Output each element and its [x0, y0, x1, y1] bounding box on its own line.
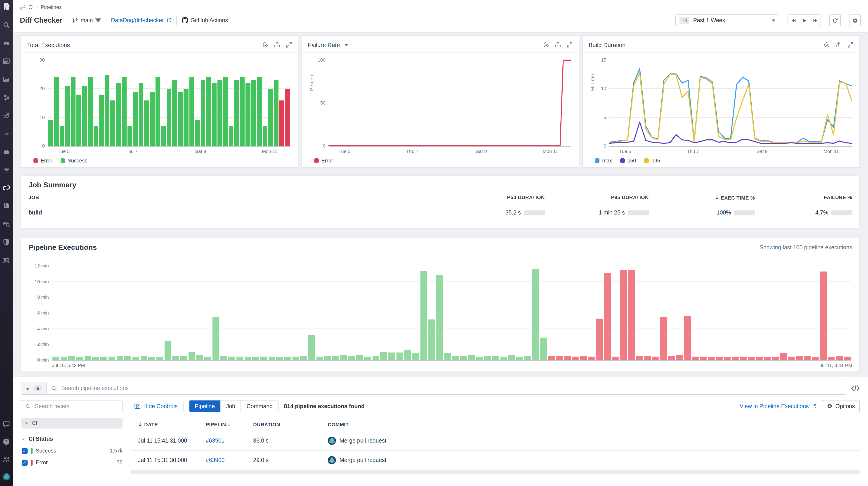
bar[interactable] [82, 86, 87, 146]
datadog-logo[interactable] [0, 0, 13, 13]
repo-link[interactable]: DataDog/diff-checker [111, 17, 164, 24]
bar[interactable] [92, 357, 99, 360]
bar[interactable] [100, 356, 107, 360]
bar[interactable] [279, 100, 284, 146]
breadcrumb-page[interactable]: Pipelines [41, 4, 62, 10]
pipeline-link[interactable]: #63900 [206, 457, 224, 463]
bar[interactable] [396, 352, 403, 360]
bar[interactable] [476, 356, 483, 360]
sidebar-item-monitors[interactable] [2, 130, 10, 137]
bar[interactable] [748, 357, 755, 360]
bar[interactable] [217, 80, 222, 146]
legend-item[interactable]: Error [314, 158, 333, 163]
bar[interactable] [340, 355, 347, 360]
sidebar-item-network[interactable] [2, 256, 10, 264]
tab-pipeline[interactable]: Pipeline [189, 400, 220, 412]
bar[interactable] [173, 80, 177, 146]
bar[interactable] [444, 353, 451, 360]
tab-command[interactable]: Command [241, 400, 278, 412]
bar[interactable] [428, 319, 435, 360]
facet-search-input[interactable] [34, 402, 118, 410]
bar[interactable] [301, 355, 307, 360]
bar[interactable] [796, 356, 803, 360]
bar[interactable] [124, 356, 131, 360]
bar[interactable] [332, 356, 339, 360]
bar[interactable] [788, 356, 795, 360]
bar[interactable] [260, 356, 267, 360]
export-icon[interactable] [835, 41, 842, 48]
bar[interactable] [372, 356, 379, 360]
sidebar-item-security[interactable] [2, 238, 10, 246]
bar[interactable] [412, 354, 419, 360]
bar[interactable] [572, 356, 579, 360]
sidebar-item-ci[interactable] [2, 184, 10, 192]
bar[interactable] [196, 355, 203, 360]
bar[interactable] [99, 94, 104, 146]
bar[interactable] [251, 80, 256, 146]
bar[interactable] [65, 86, 70, 146]
time-play-button[interactable] [799, 15, 810, 26]
bar[interactable] [274, 80, 279, 146]
bar[interactable] [204, 356, 211, 360]
search-input[interactable] [60, 384, 841, 392]
bar[interactable] [780, 353, 786, 360]
bar[interactable] [836, 356, 843, 360]
bar[interactable] [684, 316, 691, 360]
bar[interactable] [229, 126, 234, 146]
bar[interactable] [764, 357, 771, 360]
checkbox-checked[interactable]: ✓ [22, 448, 28, 454]
sidebar-item-notebooks[interactable] [2, 202, 10, 209]
column-header-duration[interactable]: DURATION [253, 422, 285, 427]
bar[interactable] [724, 357, 731, 360]
bar[interactable] [195, 120, 199, 146]
code-view-icon[interactable] [851, 384, 860, 393]
bar[interactable] [110, 100, 115, 146]
bar[interactable] [644, 355, 651, 360]
bar[interactable] [492, 356, 499, 360]
expand-icon[interactable] [286, 41, 292, 48]
bar[interactable] [220, 356, 227, 360]
bar[interactable] [740, 356, 747, 360]
breadcrumb-product[interactable]: CI [29, 4, 34, 10]
bar[interactable] [60, 357, 67, 360]
bar[interactable] [180, 356, 187, 360]
sidebar-item-help[interactable]: ? [2, 437, 10, 445]
sidebar-item-logs[interactable] [2, 166, 10, 173]
edit-query-icon[interactable] [824, 41, 830, 48]
expand-icon[interactable] [566, 41, 573, 48]
bar[interactable] [116, 356, 123, 360]
bar[interactable] [692, 356, 699, 360]
bar[interactable] [213, 317, 219, 360]
bar[interactable] [223, 77, 228, 146]
column-header-commit[interactable]: COMMIT [328, 422, 860, 427]
bar[interactable] [149, 357, 155, 360]
bar[interactable] [53, 356, 59, 360]
bar[interactable] [732, 356, 739, 360]
bar[interactable] [652, 356, 659, 360]
bar[interactable] [828, 357, 835, 360]
bar[interactable] [127, 126, 132, 146]
bar[interactable] [580, 356, 587, 360]
sidebar-item-apm[interactable] [2, 111, 10, 119]
facet-item-error[interactable]: ✓Error75 [21, 459, 123, 466]
options-button[interactable]: Options [822, 400, 860, 412]
bar[interactable] [508, 355, 515, 360]
edit-query-icon[interactable] [262, 41, 269, 48]
bar[interactable] [240, 77, 245, 146]
view-in-pipeline-executions-link[interactable]: View in Pipeline Executions [740, 403, 816, 409]
facet-group-ci[interactable]: CI [21, 418, 123, 429]
job-name[interactable]: build [29, 209, 441, 216]
bar[interactable] [668, 356, 675, 360]
bar[interactable] [708, 357, 715, 360]
bar[interactable] [700, 356, 707, 360]
bar[interactable] [164, 341, 171, 360]
bar[interactable] [235, 80, 239, 146]
bar[interactable] [54, 77, 59, 146]
bar[interactable] [108, 356, 115, 360]
bar[interactable] [844, 356, 850, 360]
bar[interactable] [612, 356, 619, 360]
tab-job[interactable]: Job [220, 400, 241, 412]
bar[interactable] [468, 355, 475, 360]
time-range-selector[interactable]: 7d Past 1 Week [675, 15, 779, 26]
bar[interactable] [516, 356, 523, 360]
